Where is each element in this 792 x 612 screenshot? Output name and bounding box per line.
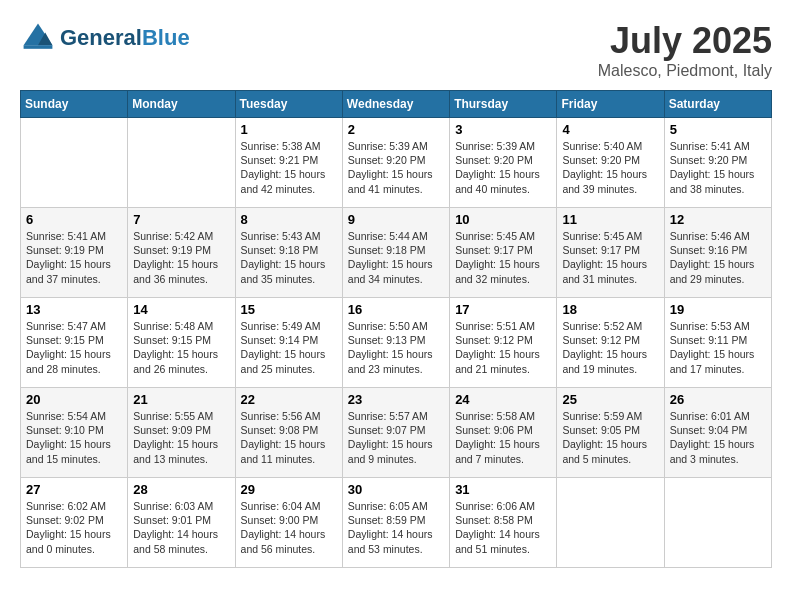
day-info: Sunrise: 5:48 AMSunset: 9:15 PMDaylight:… bbox=[133, 319, 229, 376]
weekday-monday: Monday bbox=[128, 91, 235, 118]
day-cell: 1Sunrise: 5:38 AMSunset: 9:21 PMDaylight… bbox=[235, 118, 342, 208]
day-info: Sunrise: 5:43 AMSunset: 9:18 PMDaylight:… bbox=[241, 229, 337, 286]
day-number: 5 bbox=[670, 122, 766, 137]
day-cell: 9Sunrise: 5:44 AMSunset: 9:18 PMDaylight… bbox=[342, 208, 449, 298]
weekday-friday: Friday bbox=[557, 91, 664, 118]
day-cell: 4Sunrise: 5:40 AMSunset: 9:20 PMDaylight… bbox=[557, 118, 664, 208]
logo: GeneralBlue bbox=[20, 20, 190, 56]
day-cell: 22Sunrise: 5:56 AMSunset: 9:08 PMDayligh… bbox=[235, 388, 342, 478]
weekday-tuesday: Tuesday bbox=[235, 91, 342, 118]
week-row-1: 1Sunrise: 5:38 AMSunset: 9:21 PMDaylight… bbox=[21, 118, 772, 208]
day-info: Sunrise: 5:53 AMSunset: 9:11 PMDaylight:… bbox=[670, 319, 766, 376]
day-cell bbox=[21, 118, 128, 208]
day-number: 29 bbox=[241, 482, 337, 497]
day-cell bbox=[557, 478, 664, 568]
day-cell: 12Sunrise: 5:46 AMSunset: 9:16 PMDayligh… bbox=[664, 208, 771, 298]
day-info: Sunrise: 5:38 AMSunset: 9:21 PMDaylight:… bbox=[241, 139, 337, 196]
day-cell: 27Sunrise: 6:02 AMSunset: 9:02 PMDayligh… bbox=[21, 478, 128, 568]
page-header: GeneralBlue July 2025 Malesco, Piedmont,… bbox=[20, 20, 772, 80]
day-info: Sunrise: 5:57 AMSunset: 9:07 PMDaylight:… bbox=[348, 409, 444, 466]
day-number: 4 bbox=[562, 122, 658, 137]
day-info: Sunrise: 5:50 AMSunset: 9:13 PMDaylight:… bbox=[348, 319, 444, 376]
day-info: Sunrise: 6:01 AMSunset: 9:04 PMDaylight:… bbox=[670, 409, 766, 466]
day-number: 12 bbox=[670, 212, 766, 227]
day-info: Sunrise: 5:59 AMSunset: 9:05 PMDaylight:… bbox=[562, 409, 658, 466]
svg-rect-2 bbox=[24, 45, 53, 49]
day-cell: 3Sunrise: 5:39 AMSunset: 9:20 PMDaylight… bbox=[450, 118, 557, 208]
day-info: Sunrise: 5:45 AMSunset: 9:17 PMDaylight:… bbox=[562, 229, 658, 286]
day-info: Sunrise: 5:41 AMSunset: 9:20 PMDaylight:… bbox=[670, 139, 766, 196]
day-number: 2 bbox=[348, 122, 444, 137]
calendar-header: SundayMondayTuesdayWednesdayThursdayFrid… bbox=[21, 91, 772, 118]
day-cell: 6Sunrise: 5:41 AMSunset: 9:19 PMDaylight… bbox=[21, 208, 128, 298]
day-cell: 31Sunrise: 6:06 AMSunset: 8:58 PMDayligh… bbox=[450, 478, 557, 568]
week-row-4: 20Sunrise: 5:54 AMSunset: 9:10 PMDayligh… bbox=[21, 388, 772, 478]
day-info: Sunrise: 5:54 AMSunset: 9:10 PMDaylight:… bbox=[26, 409, 122, 466]
day-cell: 11Sunrise: 5:45 AMSunset: 9:17 PMDayligh… bbox=[557, 208, 664, 298]
day-info: Sunrise: 6:03 AMSunset: 9:01 PMDaylight:… bbox=[133, 499, 229, 556]
day-number: 1 bbox=[241, 122, 337, 137]
day-info: Sunrise: 5:42 AMSunset: 9:19 PMDaylight:… bbox=[133, 229, 229, 286]
day-cell: 15Sunrise: 5:49 AMSunset: 9:14 PMDayligh… bbox=[235, 298, 342, 388]
day-number: 16 bbox=[348, 302, 444, 317]
calendar: SundayMondayTuesdayWednesdayThursdayFrid… bbox=[20, 90, 772, 568]
day-cell: 13Sunrise: 5:47 AMSunset: 9:15 PMDayligh… bbox=[21, 298, 128, 388]
day-cell: 23Sunrise: 5:57 AMSunset: 9:07 PMDayligh… bbox=[342, 388, 449, 478]
week-row-3: 13Sunrise: 5:47 AMSunset: 9:15 PMDayligh… bbox=[21, 298, 772, 388]
day-number: 18 bbox=[562, 302, 658, 317]
day-number: 13 bbox=[26, 302, 122, 317]
month-title: July 2025 bbox=[598, 20, 772, 62]
day-number: 30 bbox=[348, 482, 444, 497]
day-info: Sunrise: 5:58 AMSunset: 9:06 PMDaylight:… bbox=[455, 409, 551, 466]
day-info: Sunrise: 5:47 AMSunset: 9:15 PMDaylight:… bbox=[26, 319, 122, 376]
day-number: 14 bbox=[133, 302, 229, 317]
week-row-2: 6Sunrise: 5:41 AMSunset: 9:19 PMDaylight… bbox=[21, 208, 772, 298]
day-cell: 10Sunrise: 5:45 AMSunset: 9:17 PMDayligh… bbox=[450, 208, 557, 298]
weekday-row: SundayMondayTuesdayWednesdayThursdayFrid… bbox=[21, 91, 772, 118]
day-cell: 28Sunrise: 6:03 AMSunset: 9:01 PMDayligh… bbox=[128, 478, 235, 568]
day-info: Sunrise: 5:51 AMSunset: 9:12 PMDaylight:… bbox=[455, 319, 551, 376]
day-number: 15 bbox=[241, 302, 337, 317]
day-cell: 30Sunrise: 6:05 AMSunset: 8:59 PMDayligh… bbox=[342, 478, 449, 568]
day-cell: 18Sunrise: 5:52 AMSunset: 9:12 PMDayligh… bbox=[557, 298, 664, 388]
day-info: Sunrise: 5:39 AMSunset: 9:20 PMDaylight:… bbox=[348, 139, 444, 196]
day-number: 27 bbox=[26, 482, 122, 497]
day-cell: 14Sunrise: 5:48 AMSunset: 9:15 PMDayligh… bbox=[128, 298, 235, 388]
day-info: Sunrise: 5:46 AMSunset: 9:16 PMDaylight:… bbox=[670, 229, 766, 286]
day-info: Sunrise: 5:49 AMSunset: 9:14 PMDaylight:… bbox=[241, 319, 337, 376]
day-number: 31 bbox=[455, 482, 551, 497]
day-info: Sunrise: 5:40 AMSunset: 9:20 PMDaylight:… bbox=[562, 139, 658, 196]
day-info: Sunrise: 5:39 AMSunset: 9:20 PMDaylight:… bbox=[455, 139, 551, 196]
calendar-body: 1Sunrise: 5:38 AMSunset: 9:21 PMDaylight… bbox=[21, 118, 772, 568]
day-number: 28 bbox=[133, 482, 229, 497]
day-info: Sunrise: 5:44 AMSunset: 9:18 PMDaylight:… bbox=[348, 229, 444, 286]
day-number: 17 bbox=[455, 302, 551, 317]
day-number: 22 bbox=[241, 392, 337, 407]
location-title: Malesco, Piedmont, Italy bbox=[598, 62, 772, 80]
day-cell bbox=[664, 478, 771, 568]
title-block: July 2025 Malesco, Piedmont, Italy bbox=[598, 20, 772, 80]
day-number: 25 bbox=[562, 392, 658, 407]
day-cell: 17Sunrise: 5:51 AMSunset: 9:12 PMDayligh… bbox=[450, 298, 557, 388]
day-cell bbox=[128, 118, 235, 208]
day-cell: 25Sunrise: 5:59 AMSunset: 9:05 PMDayligh… bbox=[557, 388, 664, 478]
day-number: 7 bbox=[133, 212, 229, 227]
logo-icon bbox=[20, 20, 56, 56]
day-number: 8 bbox=[241, 212, 337, 227]
weekday-wednesday: Wednesday bbox=[342, 91, 449, 118]
weekday-saturday: Saturday bbox=[664, 91, 771, 118]
day-info: Sunrise: 5:45 AMSunset: 9:17 PMDaylight:… bbox=[455, 229, 551, 286]
day-cell: 5Sunrise: 5:41 AMSunset: 9:20 PMDaylight… bbox=[664, 118, 771, 208]
day-cell: 20Sunrise: 5:54 AMSunset: 9:10 PMDayligh… bbox=[21, 388, 128, 478]
day-cell: 24Sunrise: 5:58 AMSunset: 9:06 PMDayligh… bbox=[450, 388, 557, 478]
day-number: 10 bbox=[455, 212, 551, 227]
day-cell: 21Sunrise: 5:55 AMSunset: 9:09 PMDayligh… bbox=[128, 388, 235, 478]
day-number: 21 bbox=[133, 392, 229, 407]
day-number: 19 bbox=[670, 302, 766, 317]
day-cell: 16Sunrise: 5:50 AMSunset: 9:13 PMDayligh… bbox=[342, 298, 449, 388]
day-number: 9 bbox=[348, 212, 444, 227]
day-cell: 2Sunrise: 5:39 AMSunset: 9:20 PMDaylight… bbox=[342, 118, 449, 208]
day-info: Sunrise: 6:02 AMSunset: 9:02 PMDaylight:… bbox=[26, 499, 122, 556]
day-cell: 8Sunrise: 5:43 AMSunset: 9:18 PMDaylight… bbox=[235, 208, 342, 298]
day-info: Sunrise: 6:05 AMSunset: 8:59 PMDaylight:… bbox=[348, 499, 444, 556]
